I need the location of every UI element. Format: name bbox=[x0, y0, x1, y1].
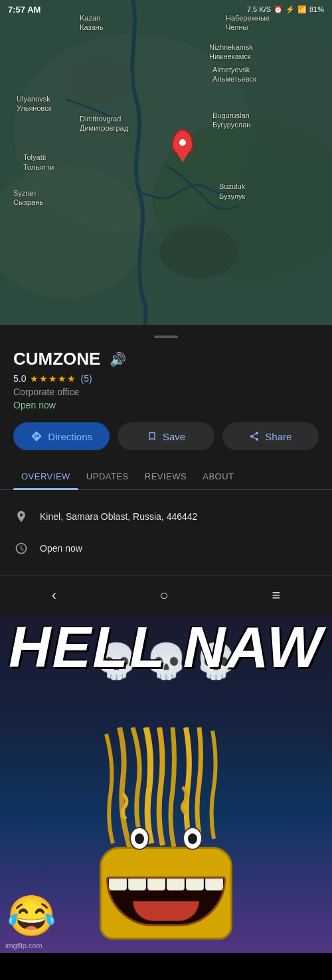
open-status-label: Open now bbox=[13, 400, 319, 410]
open-status-text: Open now bbox=[40, 543, 82, 554]
battery-level: 81% bbox=[309, 5, 324, 13]
share-button[interactable]: Share bbox=[222, 422, 319, 450]
right-pupil bbox=[188, 833, 197, 844]
action-buttons: Directions Save Share bbox=[13, 422, 319, 450]
save-button[interactable]: Save bbox=[118, 422, 214, 450]
tab-updates[interactable]: UPDATES bbox=[78, 463, 137, 489]
eyes-container bbox=[129, 827, 203, 850]
nav-bar: ‹ ○ ≡ bbox=[0, 575, 332, 615]
tabs-row: OVERVIEW UPDATES REVIEWS ABOUT bbox=[0, 463, 332, 490]
data-speed: 7.5 K/S bbox=[247, 5, 271, 13]
tongue bbox=[133, 901, 199, 921]
address-text: Kinel, Samara Oblast, Russia, 446442 bbox=[40, 511, 197, 522]
menu-button[interactable]: ≡ bbox=[264, 579, 288, 612]
share-label: Share bbox=[265, 431, 291, 442]
tooth-1 bbox=[109, 879, 127, 890]
tab-reviews[interactable]: REVIEWS bbox=[137, 463, 195, 489]
right-eye bbox=[183, 827, 203, 850]
city-label-buzuluk: BuzulukБузулук bbox=[219, 182, 245, 201]
city-label-ulyanovsk: UlyanovskУльяновск bbox=[17, 94, 52, 113]
share-icon bbox=[249, 431, 260, 442]
status-time: 7:57 AM bbox=[8, 5, 41, 15]
tab-overview[interactable]: OVERVIEW bbox=[13, 463, 78, 489]
stars-display: ★★★★★ bbox=[30, 373, 76, 384]
save-icon bbox=[147, 431, 157, 442]
directions-button[interactable]: Directions bbox=[13, 422, 110, 450]
top-teeth bbox=[108, 879, 224, 892]
left-eye bbox=[129, 827, 149, 850]
directions-label: Directions bbox=[48, 431, 92, 442]
review-count[interactable]: (5) bbox=[80, 373, 92, 384]
city-label-tolyatti: TolyattiТольятти bbox=[23, 153, 54, 172]
location-pin-icon bbox=[13, 509, 29, 524]
city-label-syzran: SyzranСызрань bbox=[13, 188, 43, 208]
watermark: imgflip.com bbox=[5, 942, 42, 949]
laugh-emoji: 😂 bbox=[7, 892, 56, 940]
svg-point-6 bbox=[66, 56, 133, 103]
monster-figure bbox=[66, 727, 266, 940]
city-label-nizhnekamsk: NizhnekamskНижнекамск bbox=[209, 42, 253, 62]
signal-icon: 📶 bbox=[297, 5, 307, 14]
place-name-row: CUMZONE 🔊 bbox=[13, 349, 319, 369]
meme-section: HELL NAW 😂 💀 💀 💀 bbox=[0, 615, 332, 953]
tooth-2 bbox=[128, 879, 146, 890]
city-label-dimitrovgrad: DimitrovgradДимитровград bbox=[80, 114, 128, 133]
status-bar: 7:57 AM 7.5 K/S ⏰ ⚡ 📶 81% bbox=[0, 0, 332, 19]
map-view[interactable]: 7:57 AM 7.5 K/S ⏰ ⚡ 📶 81% KazanКазань На… bbox=[0, 0, 332, 325]
speaker-icon[interactable]: 🔊 bbox=[108, 350, 127, 369]
info-panel: CUMZONE 🔊 5.0 ★★★★★ (5) Corporate office… bbox=[0, 325, 332, 575]
rating-row: 5.0 ★★★★★ (5) bbox=[13, 373, 319, 384]
tooth-5 bbox=[186, 879, 204, 890]
tab-about[interactable]: ABOUT bbox=[195, 463, 242, 489]
pin-dot bbox=[179, 139, 186, 146]
city-label-almetyevsk: AlmetyevskАльметьевск bbox=[212, 65, 256, 84]
tooth-6 bbox=[205, 879, 223, 890]
meme-top-text: HELL NAW bbox=[0, 615, 332, 676]
place-name: CUMZONE bbox=[13, 349, 100, 369]
directions-icon bbox=[31, 430, 42, 442]
pin-body bbox=[172, 129, 193, 156]
rating-number: 5.0 bbox=[13, 373, 26, 384]
tooth-4 bbox=[167, 879, 185, 890]
left-pupil bbox=[135, 833, 144, 844]
address-row: Kinel, Samara Oblast, Russia, 446442 bbox=[13, 501, 319, 532]
clock-icon bbox=[13, 540, 29, 556]
city-label-buguruslan: BuguruslanБугуруслан bbox=[212, 111, 250, 130]
place-type: Corporate office bbox=[13, 387, 319, 397]
alarm-icon: ⏰ bbox=[274, 5, 283, 14]
tooth-3 bbox=[147, 879, 165, 890]
creature-body bbox=[93, 820, 239, 940]
info-rows: Kinel, Samara Oblast, Russia, 446442 Ope… bbox=[13, 490, 319, 575]
status-icons: 7.5 K/S ⏰ ⚡ 📶 81% bbox=[247, 5, 324, 14]
svg-point-5 bbox=[159, 225, 239, 278]
save-label: Save bbox=[163, 431, 185, 442]
map-pin[interactable] bbox=[172, 129, 193, 156]
hours-row: Open now bbox=[13, 532, 319, 564]
back-button[interactable]: ‹ bbox=[44, 579, 64, 612]
bluetooth-icon: ⚡ bbox=[286, 5, 295, 14]
home-button[interactable]: ○ bbox=[152, 579, 177, 612]
drag-handle[interactable] bbox=[154, 336, 178, 338]
